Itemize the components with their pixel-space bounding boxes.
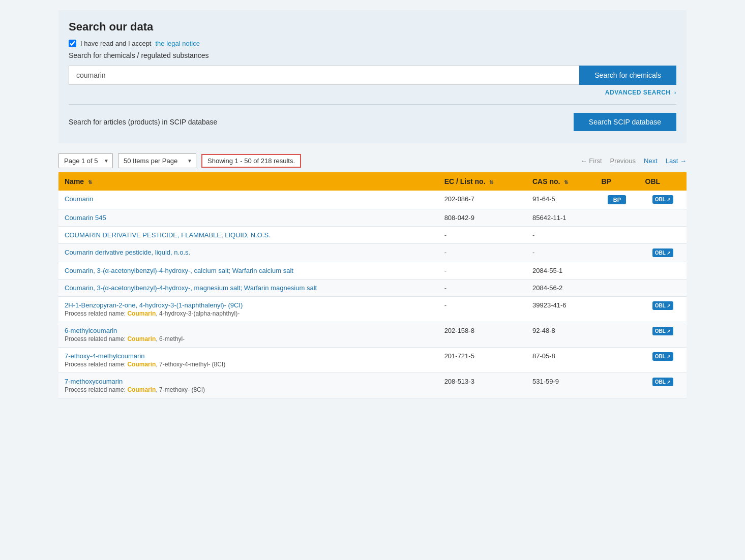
table-cell-bp: BP	[595, 191, 639, 209]
divider	[69, 104, 676, 105]
table-cell-ec: 808-042-9	[438, 209, 526, 227]
obl-badge[interactable]: OBL	[652, 195, 673, 204]
bp-badge[interactable]: BP	[608, 195, 626, 204]
search-chemicals-button[interactable]: Search for chemicals	[579, 66, 676, 85]
table-row: 6-methylcoumarinProcess related name: Co…	[58, 322, 687, 348]
chemical-name-link[interactable]: Coumarin, 3-(α-acetonylbenzyl)-4-hydroxy…	[65, 267, 293, 274]
table-cell-cas: 85642-11-1	[526, 209, 595, 227]
chemical-name-link[interactable]: Coumarin	[65, 195, 93, 203]
chemical-name-link[interactable]: 7-ethoxy-4-methylcoumarin	[65, 352, 145, 360]
table-cell-name: 7-methoxycoumarinProcess related name: C…	[58, 373, 438, 398]
table-row: 7-methoxycoumarinProcess related name: C…	[58, 373, 687, 398]
page-select[interactable]: Page 1 of 5 Page 2 of 5 Page 3 of 5 Page…	[58, 153, 113, 168]
table-cell-ec: -	[438, 279, 526, 297]
table-cell-ec: -	[438, 297, 526, 322]
pagination-nav: ← First Previous Next Last →	[581, 157, 687, 165]
results-section: Page 1 of 5 Page 2 of 5 Page 3 of 5 Page…	[58, 153, 687, 398]
table-cell-bp	[595, 244, 639, 262]
table-row: Coumarin202-086-791-64-5BPOBL	[58, 191, 687, 209]
name-sort-icon[interactable]: ⇅	[88, 179, 92, 185]
search-input[interactable]	[69, 66, 579, 85]
cas-sort-icon[interactable]: ⇅	[564, 179, 568, 185]
table-row: 7-ethoxy-4-methylcoumarinProcess related…	[58, 348, 687, 373]
table-cell-name: Coumarin, 3-(α-acetonylbenzyl)-4-hydroxy…	[58, 262, 438, 279]
table-cell-ec: 202-158-8	[438, 322, 526, 348]
first-page-link: ← First	[581, 157, 602, 165]
table-cell-cas: 2084-56-2	[526, 279, 595, 297]
table-cell-cas: -	[526, 244, 595, 262]
process-related-name: Process related name: Coumarin, 6-methyl…	[65, 335, 432, 343]
table-cell-cas: 87-05-8	[526, 348, 595, 373]
legal-notice-link[interactable]: the legal notice	[155, 40, 199, 47]
legal-notice-row: I have read and I accept the legal notic…	[69, 40, 676, 47]
table-cell-obl: OBL	[639, 297, 687, 322]
table-cell-bp	[595, 297, 639, 322]
items-per-page-select[interactable]: 50 Items per Page 25 Items per Page 100 …	[118, 153, 196, 168]
table-cell-name: COUMARIN DERIVATIVE PESTICIDE, FLAMMABLE…	[58, 227, 438, 244]
search-bar-row: Search for chemicals	[69, 66, 676, 85]
table-row: Coumarin, 3-(α-acetonylbenzyl)-4-hydroxy…	[58, 262, 687, 279]
table-cell-cas: 531-59-9	[526, 373, 595, 398]
col-header-ec: EC / List no. ⇅	[438, 172, 526, 191]
chemical-name-link[interactable]: COUMARIN DERIVATIVE PESTICIDE, FLAMMABLE…	[65, 231, 271, 239]
table-cell-obl: OBL	[639, 322, 687, 348]
table-cell-bp	[595, 373, 639, 398]
table-cell-obl	[639, 209, 687, 227]
table-cell-name: Coumarin derivative pesticide, liquid, n…	[58, 244, 438, 262]
advanced-search-row[interactable]: ADVANCED SEARCH ›	[69, 89, 676, 96]
ec-sort-icon[interactable]: ⇅	[489, 179, 493, 185]
table-cell-name: 7-ethoxy-4-methylcoumarinProcess related…	[58, 348, 438, 373]
table-cell-name: Coumarin	[58, 191, 438, 209]
next-page-link[interactable]: Next	[644, 157, 658, 165]
process-related-name: Process related name: Coumarin, 4-hydrox…	[65, 310, 432, 317]
col-header-name: Name ⇅	[58, 172, 438, 191]
table-cell-ec: -	[438, 244, 526, 262]
chemical-name-link[interactable]: Coumarin derivative pesticide, liquid, n…	[65, 248, 190, 256]
obl-badge[interactable]: OBL	[652, 248, 673, 257]
chemical-name-link[interactable]: 2H-1-Benzopyran-2-one, 4-hydroxy-3-(1-na…	[65, 301, 243, 309]
last-page-link[interactable]: Last →	[666, 157, 687, 165]
table-cell-name: Coumarin, 3-(α-acetonylbenzyl)-4-hydroxy…	[58, 279, 438, 297]
page-title: Search our data	[69, 20, 676, 34]
advanced-search-label[interactable]: ADVANCED SEARCH	[605, 89, 671, 96]
previous-page-link: Previous	[610, 157, 636, 165]
table-cell-obl	[639, 279, 687, 297]
scip-label: Search for articles (products) in SCIP d…	[69, 118, 217, 126]
table-cell-cas: -	[526, 227, 595, 244]
obl-badge[interactable]: OBL	[652, 327, 673, 335]
table-cell-obl	[639, 227, 687, 244]
search-chemicals-subtitle: Search for chemicals / regulated substan…	[69, 51, 676, 59]
chemical-name-link[interactable]: Coumarin 545	[65, 214, 106, 222]
col-header-cas: CAS no. ⇅	[526, 172, 595, 191]
table-cell-ec: 202-086-7	[438, 191, 526, 209]
table-cell-ec: 201-721-5	[438, 348, 526, 373]
table-cell-obl: OBL	[639, 348, 687, 373]
col-header-bp: BP	[595, 172, 639, 191]
table-cell-bp	[595, 322, 639, 348]
chemical-name-link[interactable]: 7-methoxycoumarin	[65, 378, 123, 385]
table-row: Coumarin 545808-042-985642-11-1	[58, 209, 687, 227]
chemical-name-link[interactable]: Coumarin, 3-(α-acetonylbenzyl)-4-hydroxy…	[65, 284, 317, 292]
obl-badge[interactable]: OBL	[652, 301, 673, 310]
table-cell-bp	[595, 348, 639, 373]
table-header-row: Name ⇅ EC / List no. ⇅ CAS no. ⇅ BP	[58, 172, 687, 191]
table-cell-ec: 208-513-3	[438, 373, 526, 398]
table-cell-cas: 92-48-8	[526, 322, 595, 348]
obl-badge[interactable]: OBL	[652, 378, 673, 386]
table-row: Coumarin derivative pesticide, liquid, n…	[58, 244, 687, 262]
table-row: COUMARIN DERIVATIVE PESTICIDE, FLAMMABLE…	[58, 227, 687, 244]
advanced-search-chevron-icon: ›	[674, 89, 676, 96]
table-cell-bp	[595, 279, 639, 297]
search-scip-button[interactable]: Search SCIP database	[574, 113, 676, 131]
legal-notice-text: I have read and I accept	[80, 40, 151, 47]
scip-row: Search for articles (products) in SCIP d…	[69, 113, 676, 131]
table-cell-obl: OBL	[639, 373, 687, 398]
table-row: 2H-1-Benzopyran-2-one, 4-hydroxy-3-(1-na…	[58, 297, 687, 322]
process-related-name: Process related name: Coumarin, 7-methox…	[65, 386, 432, 393]
chemical-name-link[interactable]: 6-methylcoumarin	[65, 327, 117, 334]
table-cell-cas: 39923-41-6	[526, 297, 595, 322]
process-related-name: Process related name: Coumarin, 7-ethoxy…	[65, 361, 432, 368]
obl-badge[interactable]: OBL	[652, 352, 673, 361]
table-cell-name: Coumarin 545	[58, 209, 438, 227]
legal-notice-checkbox[interactable]	[69, 40, 76, 47]
